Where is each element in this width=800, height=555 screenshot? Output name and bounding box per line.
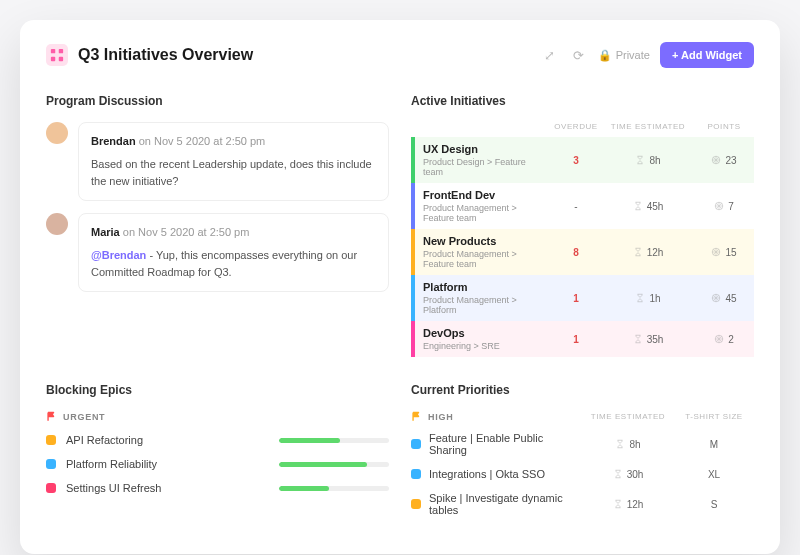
priority-color-icon — [411, 499, 421, 509]
avatar — [46, 213, 68, 235]
initiative-name: DevOps — [423, 327, 542, 339]
priority-row[interactable]: Integrations | Okta SSO 30h XL — [411, 468, 754, 480]
privacy-indicator[interactable]: 🔒 Private — [598, 49, 650, 62]
flag-icon — [411, 411, 422, 422]
priority-row[interactable]: Feature | Enable Public Sharing 8h M — [411, 432, 754, 456]
points-icon — [714, 334, 724, 344]
svg-rect-3 — [59, 57, 63, 61]
dashboard-card: Q3 Initiatives Overview ⤢ ⟳ 🔒 Private + … — [20, 20, 780, 554]
initiative-row[interactable]: FrontEnd DevProduct Management > Feature… — [411, 183, 754, 229]
comment: Brendan on Nov 5 2020 at 2:50 pm Based o… — [46, 122, 389, 201]
epic-color-icon — [46, 459, 56, 469]
size-cell: S — [674, 499, 754, 510]
comment-bubble[interactable]: Brendan on Nov 5 2020 at 2:50 pm Based o… — [78, 122, 389, 201]
initiative-breadcrumb: Product Management > Platform — [423, 295, 542, 315]
initiative-name: New Products — [423, 235, 542, 247]
flag-icon — [46, 411, 57, 422]
epic-color-icon — [46, 483, 56, 493]
time-cell: 35h — [602, 321, 694, 357]
add-widget-button[interactable]: + Add Widget — [660, 42, 754, 68]
comment-author: Maria — [91, 226, 120, 238]
priority-name: Feature | Enable Public Sharing — [429, 432, 582, 456]
program-discussion-section: Program Discussion Brendan on Nov 5 2020… — [46, 94, 389, 357]
priority-name: Spike | Investigate dynamic tables — [429, 492, 582, 516]
epic-name: Settings UI Refresh — [66, 482, 269, 494]
refresh-icon[interactable]: ⟳ — [569, 44, 588, 67]
page-title: Q3 Initiatives Overview — [78, 46, 253, 64]
initiative-row[interactable]: DevOpsEngineering > SRE 1 35h 2 — [411, 321, 754, 357]
comment-bubble[interactable]: Maria on Nov 5 2020 at 2:50 pm @Brendan … — [78, 213, 389, 292]
section-title: Program Discussion — [46, 94, 389, 108]
epic-row[interactable]: Platform Reliability — [46, 458, 389, 470]
points-icon — [714, 201, 724, 211]
initiative-breadcrumb: Engineering > SRE — [423, 341, 542, 351]
epic-row[interactable]: Settings UI Refresh — [46, 482, 389, 494]
section-title: Current Priorities — [411, 383, 754, 397]
initiative-row[interactable]: New ProductsProduct Management > Feature… — [411, 229, 754, 275]
hourglass-icon — [615, 439, 625, 449]
overdue-cell: 1 — [550, 275, 602, 321]
active-initiatives-section: Active Initiatives OVERDUE TIME ESTIMATE… — [411, 94, 754, 357]
initiative-row[interactable]: PlatformProduct Management > Platform 1 … — [411, 275, 754, 321]
overdue-cell: - — [550, 183, 602, 229]
epic-row[interactable]: API Refactoring — [46, 434, 389, 446]
initiative-name: UX Design — [423, 143, 542, 155]
comment-timestamp: on Nov 5 2020 at 2:50 pm — [139, 135, 266, 147]
initiative-breadcrumb: Product Design > Feature team — [423, 157, 542, 177]
flag-label: HIGH — [428, 412, 453, 422]
col-overdue: OVERDUE — [550, 122, 602, 131]
points-cell: 45 — [694, 275, 754, 321]
points-cell: 23 — [694, 137, 754, 183]
comment: Maria on Nov 5 2020 at 2:50 pm @Brendan … — [46, 213, 389, 292]
priorities-header-row: HIGH TIME ESTIMATED T-SHIRT SIZE — [411, 411, 754, 422]
comment-body: @Brendan - Yup, this encompasses everyth… — [91, 247, 376, 281]
points-icon — [711, 293, 721, 303]
size-cell: XL — [674, 469, 754, 480]
hourglass-icon — [633, 201, 643, 211]
time-cell: 8h — [602, 137, 694, 183]
section-title: Active Initiatives — [411, 94, 754, 108]
priority-color-icon — [411, 439, 421, 449]
initiative-name: Platform — [423, 281, 542, 293]
priority-row[interactable]: Spike | Investigate dynamic tables 12h S — [411, 492, 754, 516]
epic-name: API Refactoring — [66, 434, 269, 446]
svg-rect-1 — [59, 49, 63, 53]
priority-color-icon — [411, 469, 421, 479]
initiative-row[interactable]: UX DesignProduct Design > Feature team 3… — [411, 137, 754, 183]
epic-color-icon — [46, 435, 56, 445]
svg-rect-2 — [51, 57, 55, 61]
col-points: POINTS — [694, 122, 754, 131]
privacy-label: Private — [616, 49, 650, 61]
hourglass-icon — [633, 247, 643, 257]
current-priorities-section: Current Priorities HIGH TIME ESTIMATED T… — [411, 383, 754, 528]
progress-bar — [279, 462, 389, 467]
comment-body: Based on the recent Leadership update, d… — [91, 156, 376, 190]
section-title: Blocking Epics — [46, 383, 389, 397]
points-cell: 2 — [694, 321, 754, 357]
initiative-breadcrumb: Product Management > Feature team — [423, 203, 542, 223]
high-flag: HIGH — [411, 411, 582, 422]
svg-rect-0 — [51, 49, 55, 53]
time-cell: 8h — [582, 439, 674, 450]
time-cell: 30h — [582, 469, 674, 480]
points-cell: 15 — [694, 229, 754, 275]
time-cell: 1h — [602, 275, 694, 321]
points-icon — [711, 155, 721, 165]
urgent-flag: URGENT — [46, 411, 389, 422]
hourglass-icon — [613, 469, 623, 479]
comment-author: Brendan — [91, 135, 136, 147]
initiatives-header-row: OVERDUE TIME ESTIMATED POINTS — [411, 122, 754, 131]
time-cell: 12h — [602, 229, 694, 275]
priority-name: Integrations | Okta SSO — [429, 468, 545, 480]
mention[interactable]: @Brendan — [91, 249, 146, 261]
initiative-name: FrontEnd Dev — [423, 189, 542, 201]
blocking-epics-section: Blocking Epics URGENT API Refactoring Pl… — [46, 383, 389, 528]
progress-bar — [279, 438, 389, 443]
time-cell: 12h — [582, 499, 674, 510]
overdue-cell: 8 — [550, 229, 602, 275]
hourglass-icon — [633, 334, 643, 344]
points-icon — [711, 247, 721, 257]
avatar — [46, 122, 68, 144]
overdue-cell: 3 — [550, 137, 602, 183]
expand-icon[interactable]: ⤢ — [540, 44, 559, 67]
